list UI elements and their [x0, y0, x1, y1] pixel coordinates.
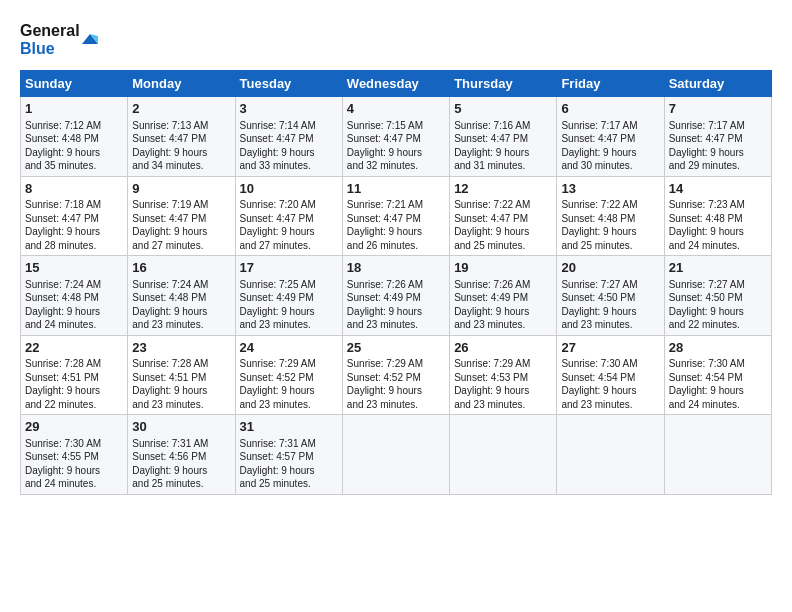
- weekday-header-thursday: Thursday: [450, 71, 557, 97]
- calendar-cell: 13Sunrise: 7:22 AMSunset: 4:48 PMDayligh…: [557, 176, 664, 256]
- day-info-line: Daylight: 9 hours: [347, 146, 445, 160]
- calendar-cell: 31Sunrise: 7:31 AMSunset: 4:57 PMDayligh…: [235, 415, 342, 495]
- day-info-line: Sunrise: 7:26 AM: [454, 278, 552, 292]
- day-number: 2: [132, 100, 230, 118]
- calendar-cell: 12Sunrise: 7:22 AMSunset: 4:47 PMDayligh…: [450, 176, 557, 256]
- day-info-line: and 33 minutes.: [240, 159, 338, 173]
- day-info-line: Daylight: 9 hours: [240, 146, 338, 160]
- day-info-line: Sunrise: 7:30 AM: [25, 437, 123, 451]
- day-info-line: Sunrise: 7:25 AM: [240, 278, 338, 292]
- day-number: 27: [561, 339, 659, 357]
- calendar-cell: 15Sunrise: 7:24 AMSunset: 4:48 PMDayligh…: [21, 256, 128, 336]
- day-info-line: and 29 minutes.: [669, 159, 767, 173]
- day-info-line: Sunset: 4:53 PM: [454, 371, 552, 385]
- day-info-line: Daylight: 9 hours: [561, 305, 659, 319]
- day-number: 6: [561, 100, 659, 118]
- day-number: 15: [25, 259, 123, 277]
- calendar-cell: 22Sunrise: 7:28 AMSunset: 4:51 PMDayligh…: [21, 335, 128, 415]
- day-info-line: Sunset: 4:47 PM: [669, 132, 767, 146]
- day-info-line: Daylight: 9 hours: [561, 225, 659, 239]
- day-info-line: and 24 minutes.: [669, 398, 767, 412]
- day-info-line: Sunrise: 7:18 AM: [25, 198, 123, 212]
- day-number: 16: [132, 259, 230, 277]
- day-info-line: Sunrise: 7:12 AM: [25, 119, 123, 133]
- day-number: 29: [25, 418, 123, 436]
- day-info-line: and 25 minutes.: [561, 239, 659, 253]
- calendar-cell: 2Sunrise: 7:13 AMSunset: 4:47 PMDaylight…: [128, 97, 235, 177]
- day-info-line: Sunset: 4:52 PM: [347, 371, 445, 385]
- day-number: 22: [25, 339, 123, 357]
- day-info-line: Sunset: 4:57 PM: [240, 450, 338, 464]
- day-number: 17: [240, 259, 338, 277]
- day-number: 21: [669, 259, 767, 277]
- day-number: 19: [454, 259, 552, 277]
- day-info-line: and 23 minutes.: [347, 318, 445, 332]
- day-number: 12: [454, 180, 552, 198]
- day-info-line: and 24 minutes.: [25, 477, 123, 491]
- day-info-line: Daylight: 9 hours: [669, 225, 767, 239]
- day-info-line: and 31 minutes.: [454, 159, 552, 173]
- day-info-line: Sunrise: 7:14 AM: [240, 119, 338, 133]
- day-number: 7: [669, 100, 767, 118]
- day-info-line: Daylight: 9 hours: [240, 384, 338, 398]
- day-info-line: Daylight: 9 hours: [132, 146, 230, 160]
- calendar-cell: 14Sunrise: 7:23 AMSunset: 4:48 PMDayligh…: [664, 176, 771, 256]
- day-info-line: and 28 minutes.: [25, 239, 123, 253]
- day-info-line: Sunrise: 7:29 AM: [240, 357, 338, 371]
- day-info-line: Sunrise: 7:26 AM: [347, 278, 445, 292]
- day-number: 10: [240, 180, 338, 198]
- day-number: 13: [561, 180, 659, 198]
- day-info-line: Sunrise: 7:29 AM: [347, 357, 445, 371]
- day-info-line: Sunset: 4:50 PM: [561, 291, 659, 305]
- calendar-cell: 25Sunrise: 7:29 AMSunset: 4:52 PMDayligh…: [342, 335, 449, 415]
- day-info-line: Daylight: 9 hours: [454, 384, 552, 398]
- calendar-cell: 4Sunrise: 7:15 AMSunset: 4:47 PMDaylight…: [342, 97, 449, 177]
- calendar-cell: [557, 415, 664, 495]
- day-info-line: Sunrise: 7:24 AM: [132, 278, 230, 292]
- day-info-line: Sunrise: 7:13 AM: [132, 119, 230, 133]
- day-info-line: Sunrise: 7:20 AM: [240, 198, 338, 212]
- day-info-line: and 23 minutes.: [561, 398, 659, 412]
- day-info-line: Daylight: 9 hours: [25, 305, 123, 319]
- day-number: 1: [25, 100, 123, 118]
- calendar-cell: 17Sunrise: 7:25 AMSunset: 4:49 PMDayligh…: [235, 256, 342, 336]
- logo-svg: General Blue: [20, 16, 100, 60]
- day-info-line: Sunset: 4:49 PM: [240, 291, 338, 305]
- calendar-table: SundayMondayTuesdayWednesdayThursdayFrid…: [20, 70, 772, 495]
- day-info-line: Sunset: 4:48 PM: [132, 291, 230, 305]
- day-info-line: Sunset: 4:50 PM: [669, 291, 767, 305]
- day-number: 26: [454, 339, 552, 357]
- calendar-cell: [342, 415, 449, 495]
- day-number: 5: [454, 100, 552, 118]
- calendar-cell: 7Sunrise: 7:17 AMSunset: 4:47 PMDaylight…: [664, 97, 771, 177]
- day-info-line: and 23 minutes.: [347, 398, 445, 412]
- day-info-line: Sunset: 4:51 PM: [132, 371, 230, 385]
- day-info-line: Sunset: 4:48 PM: [669, 212, 767, 226]
- day-info-line: and 30 minutes.: [561, 159, 659, 173]
- svg-text:Blue: Blue: [20, 40, 55, 57]
- day-info-line: Daylight: 9 hours: [347, 225, 445, 239]
- day-info-line: Sunrise: 7:22 AM: [561, 198, 659, 212]
- calendar-cell: [450, 415, 557, 495]
- day-info-line: Daylight: 9 hours: [347, 384, 445, 398]
- day-info-line: Sunset: 4:52 PM: [240, 371, 338, 385]
- calendar-cell: 18Sunrise: 7:26 AMSunset: 4:49 PMDayligh…: [342, 256, 449, 336]
- day-info-line: and 23 minutes.: [132, 318, 230, 332]
- day-info-line: Sunrise: 7:17 AM: [669, 119, 767, 133]
- day-info-line: Sunrise: 7:31 AM: [132, 437, 230, 451]
- day-info-line: Sunset: 4:48 PM: [561, 212, 659, 226]
- day-number: 8: [25, 180, 123, 198]
- calendar-cell: 23Sunrise: 7:28 AMSunset: 4:51 PMDayligh…: [128, 335, 235, 415]
- day-info-line: and 34 minutes.: [132, 159, 230, 173]
- day-info-line: and 23 minutes.: [240, 318, 338, 332]
- day-number: 25: [347, 339, 445, 357]
- day-number: 3: [240, 100, 338, 118]
- day-info-line: Sunrise: 7:28 AM: [132, 357, 230, 371]
- calendar-cell: 1Sunrise: 7:12 AMSunset: 4:48 PMDaylight…: [21, 97, 128, 177]
- day-info-line: Daylight: 9 hours: [240, 225, 338, 239]
- day-info-line: Sunset: 4:47 PM: [132, 212, 230, 226]
- day-info-line: Sunrise: 7:16 AM: [454, 119, 552, 133]
- calendar-cell: 9Sunrise: 7:19 AMSunset: 4:47 PMDaylight…: [128, 176, 235, 256]
- day-info-line: and 22 minutes.: [25, 398, 123, 412]
- day-number: 14: [669, 180, 767, 198]
